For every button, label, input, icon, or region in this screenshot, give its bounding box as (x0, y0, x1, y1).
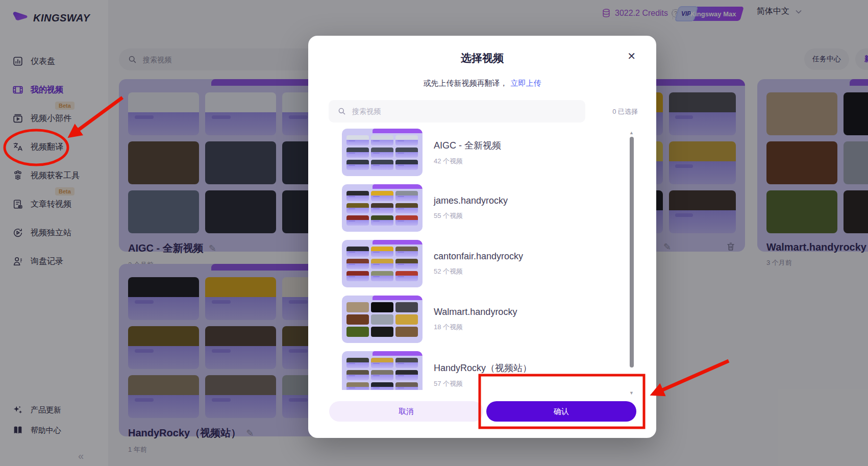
video-thumbnail (371, 259, 393, 269)
video-thumbnail (395, 160, 418, 170)
video-thumbnail (371, 160, 393, 170)
video-thumbnail (346, 327, 369, 337)
video-thumbnail (371, 191, 393, 201)
modal-search-bar[interactable] (329, 100, 585, 122)
video-thumbnail (371, 358, 393, 368)
video-thumbnail (346, 135, 369, 145)
video-group-list: AIGC - 全新视频 42 个视频 james.handyrocky 55 个… (342, 129, 628, 390)
folder-thumbnail (342, 129, 423, 176)
video-thumbnail (395, 302, 418, 312)
video-thumbnail (371, 135, 393, 145)
select-video-modal: ✕ 选择视频 或先上传新视频再翻译，立即上传 0 已选择 AIGC - 全新视频… (308, 36, 656, 438)
video-thumbnail (395, 370, 418, 380)
video-thumbnail (346, 382, 369, 390)
folder-thumbnail (342, 296, 423, 343)
item-name: cantonfair.handyrocky (434, 251, 523, 262)
scrollbar[interactable]: ▲ ▼ (629, 130, 635, 396)
video-thumbnail (371, 370, 393, 380)
modal-title: 选择视频 (308, 36, 656, 65)
video-thumbnail (346, 247, 369, 257)
modal-search-input[interactable] (352, 107, 556, 115)
close-icon[interactable]: ✕ (627, 50, 636, 62)
video-thumbnail (346, 302, 369, 312)
video-thumbnail (346, 259, 369, 269)
video-thumbnail (346, 370, 369, 380)
video-thumbnail (346, 203, 369, 213)
video-thumbnail (371, 247, 393, 257)
search-icon (338, 107, 346, 115)
video-thumbnail (371, 271, 393, 281)
item-name: HandyRocky（视频站） (434, 362, 532, 374)
selected-count: 0 已选择 (612, 107, 638, 116)
video-thumbnail (395, 203, 418, 213)
video-thumbnail (346, 191, 369, 201)
scroll-down-arrow-icon[interactable]: ▼ (629, 390, 634, 396)
video-thumbnail (395, 382, 418, 390)
video-thumbnail (395, 148, 418, 158)
item-count: 52 个视频 (434, 267, 523, 276)
list-item-cantonfair[interactable]: cantonfair.handyrocky 52 个视频 (342, 240, 628, 287)
cancel-button[interactable]: 取消 (329, 401, 483, 422)
video-thumbnail (371, 302, 393, 312)
video-thumbnail (371, 215, 393, 226)
video-thumbnail (395, 215, 418, 226)
list-item-handyrocky[interactable]: HandyRocky（视频站） 57 个视频 (342, 351, 628, 390)
list-item-james[interactable]: james.handyrocky 55 个视频 (342, 184, 628, 232)
video-thumbnail (395, 135, 418, 145)
item-name: james.handyrocky (434, 195, 508, 206)
video-thumbnail (346, 215, 369, 226)
folder-thumbnail (342, 240, 423, 287)
list-item-walmart[interactable]: Walmart.handyrocky 18 个视频 (342, 296, 628, 343)
confirm-button[interactable]: 确认 (486, 401, 636, 422)
video-thumbnail (371, 327, 393, 337)
folder-thumbnail (342, 184, 423, 232)
page: KINGSWAY 仪表盘 我的视频 Beta 视频小部件 视频翻译 (0, 0, 868, 466)
video-thumbnail (346, 160, 369, 170)
video-thumbnail (395, 247, 418, 257)
upload-now-link[interactable]: 立即上传 (511, 79, 541, 87)
video-thumbnail (346, 358, 369, 368)
video-thumbnail (395, 191, 418, 201)
video-thumbnail (395, 271, 418, 281)
video-thumbnail (371, 148, 393, 158)
item-count: 55 个视频 (434, 211, 508, 220)
item-count: 18 个视频 (434, 323, 517, 332)
item-count: 42 个视频 (434, 157, 501, 166)
modal-subtitle: 或先上传新视频再翻译，立即上传 (308, 79, 656, 88)
item-count: 57 个视频 (434, 379, 532, 388)
video-thumbnail (395, 327, 418, 337)
video-thumbnail (395, 358, 418, 368)
item-name: Walmart.handyrocky (434, 307, 517, 317)
scrollbar-thumb[interactable] (630, 137, 634, 367)
video-thumbnail (395, 314, 418, 325)
video-thumbnail (395, 259, 418, 269)
video-thumbnail (346, 271, 369, 281)
video-thumbnail (346, 314, 369, 325)
video-thumbnail (371, 314, 393, 325)
video-thumbnail (346, 148, 369, 158)
list-item-aigc[interactable]: AIGC - 全新视频 42 个视频 (342, 129, 628, 176)
item-name: AIGC - 全新视频 (434, 139, 501, 152)
folder-thumbnail (342, 351, 423, 390)
video-thumbnail (371, 382, 393, 390)
video-thumbnail (371, 203, 393, 213)
scroll-up-arrow-icon[interactable]: ▲ (629, 130, 634, 135)
